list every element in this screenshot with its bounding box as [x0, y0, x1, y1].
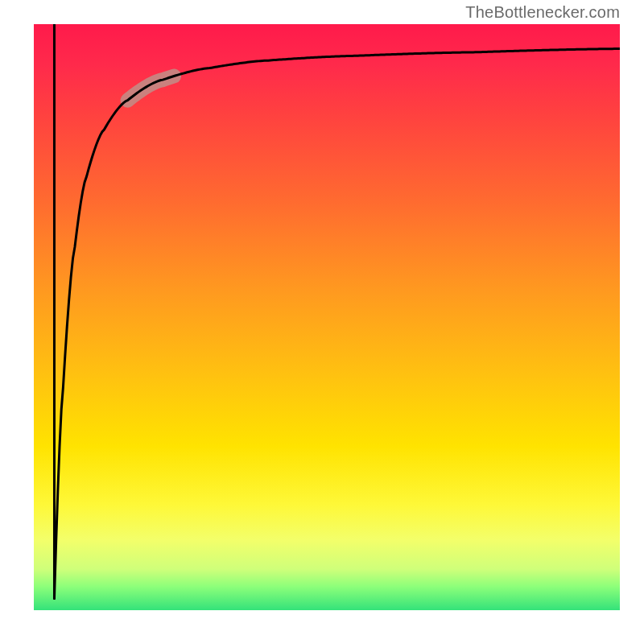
- series-rise-curve: [54, 49, 620, 599]
- plot-area: [34, 24, 620, 610]
- highlight-segment: [127, 76, 174, 101]
- curve-svg-layer: [34, 24, 620, 610]
- chart-stage: TheBottlenecker.com: [0, 0, 644, 644]
- source-attribution: TheBottlenecker.com: [465, 3, 620, 22]
